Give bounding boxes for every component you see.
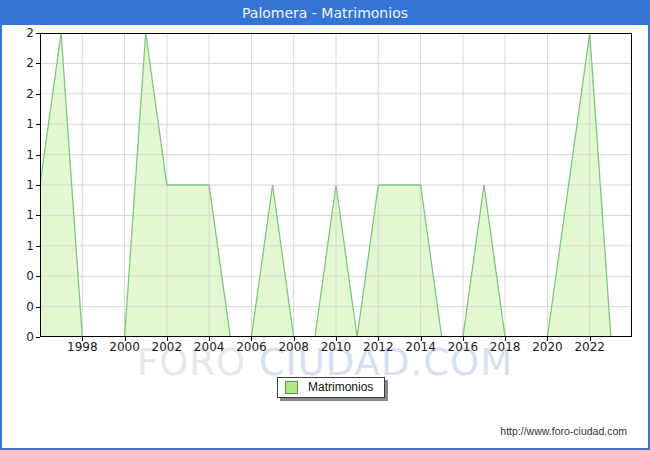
x-axis-tick	[463, 337, 464, 341]
x-axis-label: 2004	[187, 340, 231, 354]
y-axis-label: 2	[4, 87, 34, 101]
x-axis-label: 2000	[103, 340, 147, 354]
x-axis-tick	[547, 337, 548, 341]
y-axis-tick	[36, 337, 40, 338]
x-axis-tick	[82, 337, 83, 341]
x-axis-label: 1998	[60, 340, 104, 354]
y-axis-tick	[36, 155, 40, 156]
x-axis-tick	[590, 337, 591, 341]
y-axis-label: 0	[4, 330, 34, 344]
x-axis-tick	[505, 337, 506, 341]
legend: Matrimonios	[277, 377, 385, 398]
y-axis-label: 0	[4, 269, 34, 283]
y-axis-label: 2	[4, 56, 34, 70]
plot-area	[40, 33, 632, 337]
y-axis-tick	[36, 94, 40, 95]
x-axis-tick	[209, 337, 210, 341]
x-axis-tick	[251, 337, 252, 341]
x-axis-label: 2018	[483, 340, 527, 354]
x-axis-label: 2012	[356, 340, 400, 354]
x-axis-tick	[167, 337, 168, 341]
x-axis-label: 2006	[229, 340, 273, 354]
y-axis-tick	[36, 63, 40, 64]
x-axis-tick	[378, 337, 379, 341]
y-axis-label: 1	[4, 148, 34, 162]
y-axis-label: 1	[4, 117, 34, 131]
x-axis-label: 2014	[399, 340, 443, 354]
legend-swatch-icon	[285, 381, 298, 394]
y-axis-tick	[36, 185, 40, 186]
y-axis-label: 2	[4, 26, 34, 40]
legend-label: Matrimonios	[308, 381, 373, 394]
y-axis-tick	[36, 215, 40, 216]
y-axis-label: 1	[4, 208, 34, 222]
x-axis-tick	[421, 337, 422, 341]
x-axis-label: 2016	[441, 340, 485, 354]
y-axis-tick	[36, 33, 40, 34]
y-axis-label: 1	[4, 178, 34, 192]
chart-window: Palomera - Matrimonios FORO CIUDAD.COM 2…	[0, 0, 650, 450]
y-axis-tick	[36, 307, 40, 308]
x-axis-label: 2008	[272, 340, 316, 354]
x-axis-label: 2020	[525, 340, 569, 354]
x-axis-label: 2002	[145, 340, 189, 354]
y-axis-tick	[36, 276, 40, 277]
y-axis-label: 0	[4, 300, 34, 314]
y-axis-tick	[36, 246, 40, 247]
x-axis-tick	[125, 337, 126, 341]
x-axis-tick	[336, 337, 337, 341]
plot-svg	[40, 33, 632, 337]
x-axis-label: 2022	[568, 340, 612, 354]
x-axis-label: 2010	[314, 340, 358, 354]
y-axis-tick	[36, 124, 40, 125]
y-axis-label: 1	[4, 239, 34, 253]
x-axis-tick	[294, 337, 295, 341]
